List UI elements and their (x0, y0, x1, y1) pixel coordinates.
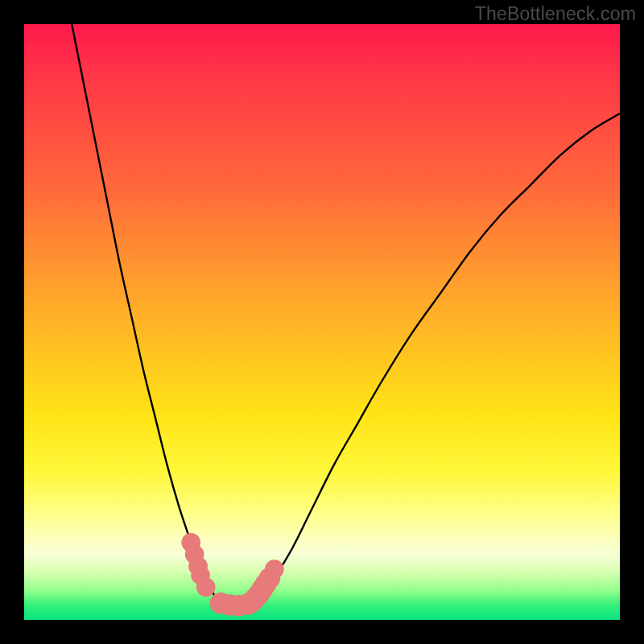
curves-layer (72, 24, 620, 605)
markers-layer (181, 533, 283, 617)
plot-area (24, 24, 620, 620)
highlight-dot (196, 577, 216, 597)
left-curve (72, 24, 226, 605)
chart-frame: TheBottleneck.com (0, 0, 644, 644)
highlight-dot (265, 559, 284, 579)
chart-svg (24, 24, 620, 620)
watermark-text: TheBottleneck.com (475, 3, 636, 25)
right-curve (250, 114, 620, 605)
